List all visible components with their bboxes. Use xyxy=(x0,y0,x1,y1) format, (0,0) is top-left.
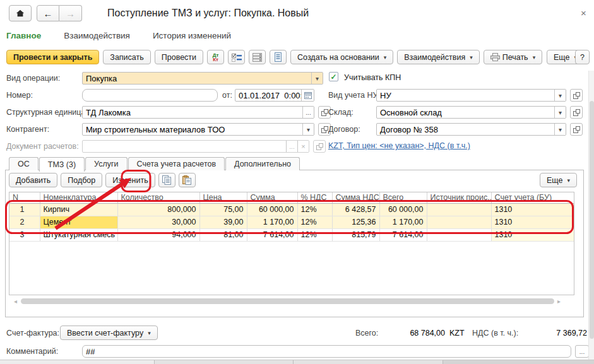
col-header-account[interactable]: Счет учета (БУ) xyxy=(491,192,574,203)
comment-label: Комментарий: xyxy=(6,347,58,356)
items-table[interactable]: N Номенклатура Количество Цена Сумма % Н… xyxy=(9,192,574,295)
tab-additional[interactable]: Дополнительно xyxy=(225,157,300,170)
vat-value: 7 369,72 xyxy=(524,329,587,338)
close-icon[interactable]: × xyxy=(581,8,586,18)
contract-select[interactable]: Договор № 358 ▾ xyxy=(376,123,566,136)
printer-icon xyxy=(490,53,500,61)
comment-expand-button[interactable]: ... xyxy=(575,345,589,358)
tab-accounts[interactable]: Счета учета расчетов xyxy=(128,157,225,170)
edit-button[interactable]: Изменить xyxy=(105,173,155,187)
open-icon xyxy=(321,109,328,116)
calendar-icon[interactable] xyxy=(301,90,314,101)
show-postings-button[interactable]: ДтКт xyxy=(207,50,224,64)
number-input[interactable] xyxy=(82,89,218,102)
scroll-right-icon[interactable]: ▸ xyxy=(557,298,561,305)
operation-select[interactable]: Покупка ▾ xyxy=(82,72,323,85)
warehouse-label: Склад: xyxy=(328,108,353,117)
list-icon xyxy=(252,53,262,62)
list-settings-button[interactable] xyxy=(249,50,266,64)
col-header-amount[interactable]: Сумма xyxy=(247,192,297,203)
paste-icon xyxy=(182,175,191,185)
document-icon xyxy=(274,52,282,62)
dtkt-icon: ДтКт xyxy=(213,53,219,62)
chevron-down-icon: ▾ xyxy=(533,54,536,61)
warehouse-open-button[interactable] xyxy=(570,106,583,119)
invoice-label: Счет-фактура: xyxy=(6,329,59,338)
chevron-down-icon[interactable]: ▾ xyxy=(554,90,566,101)
chevron-down-icon: ▾ xyxy=(148,330,151,336)
col-header-n[interactable]: N xyxy=(9,192,40,203)
chevron-down-icon[interactable]: ▾ xyxy=(311,73,323,84)
contract-open-button[interactable] xyxy=(570,123,583,136)
clear-icon[interactable]: × xyxy=(297,141,309,152)
col-header-total[interactable]: Всего xyxy=(379,192,427,203)
vat-label: НДС (в т. ч.): xyxy=(472,329,518,338)
menu-item-history[interactable]: История изменений xyxy=(153,31,231,40)
tab-services[interactable]: Услуги xyxy=(85,157,127,170)
unit-input[interactable]: ТД Лакомка ... xyxy=(82,106,314,119)
check-list-button[interactable] xyxy=(228,50,245,64)
scrollbar-thumb[interactable] xyxy=(21,298,554,304)
tab-tmz[interactable]: ТМЗ (3) xyxy=(39,157,85,172)
table-row[interactable]: 3 Штукатурная смесь 94,000 81,00 7 614,0… xyxy=(9,228,574,241)
settlement-doc-label: Документ расчетов: xyxy=(6,142,79,151)
scrollbar-thumb[interactable] xyxy=(590,101,594,339)
create-based-on-button[interactable]: Создать на основании▾ xyxy=(290,50,393,64)
post-and-close-button[interactable]: Провести и закрыть xyxy=(6,50,99,64)
open-icon xyxy=(316,143,323,150)
save-button[interactable]: Записать xyxy=(103,50,150,64)
ellipsis-icon[interactable]: ... xyxy=(302,107,314,118)
vertical-scrollbar[interactable] xyxy=(588,71,594,360)
col-header-origin[interactable]: Источник проис... xyxy=(427,192,491,203)
ellipsis-icon[interactable]: ... xyxy=(286,141,297,152)
total-label: Всего: xyxy=(355,329,378,338)
chevron-down-icon[interactable]: ▾ xyxy=(302,124,314,135)
copy-rows-button[interactable] xyxy=(158,173,175,187)
price-settings-link[interactable]: KZT, Тип цен: <не указан>, НДС (в т.ч.) xyxy=(328,141,470,150)
post-button[interactable]: Провести xyxy=(155,50,203,64)
menu-item-interactions[interactable]: Взаимодействия xyxy=(64,31,130,40)
col-header-price[interactable]: Цена xyxy=(199,192,247,203)
warehouse-select[interactable]: Основной склад ▾ xyxy=(376,106,566,119)
document-report-button[interactable] xyxy=(270,50,287,64)
tab-os[interactable]: ОС xyxy=(9,157,39,170)
table-row[interactable]: 1 Кирпич 800,000 75,00 60 000,00 12% 6 4… xyxy=(9,203,574,216)
chevron-down-icon: ▾ xyxy=(470,54,473,61)
home-icon xyxy=(16,9,25,18)
counterparty-select[interactable]: Мир строительных материалов ТОО ▾ xyxy=(82,123,314,136)
scroll-left-icon[interactable]: ◂ xyxy=(14,298,17,305)
comment-input[interactable]: ## xyxy=(82,345,571,358)
chevron-down-icon[interactable]: ▾ xyxy=(554,107,566,118)
table-row[interactable]: 2 Цемент 30,000 39,00 1 170,00 12% 125,3… xyxy=(9,216,574,228)
document-window: ← → Поступление ТМЗ и услуг: Покупка. Но… xyxy=(0,0,594,364)
date-input[interactable]: 01.01.2017 0:00:00 xyxy=(235,89,314,102)
paste-rows-button[interactable] xyxy=(179,173,196,187)
more-button-table[interactable]: Еще▾ xyxy=(540,173,577,187)
counterparty-label: Контрагент: xyxy=(6,125,49,134)
settlement-doc-open-button[interactable] xyxy=(313,140,326,153)
open-icon xyxy=(573,92,580,99)
forward-button[interactable]: → xyxy=(59,5,82,21)
col-header-nomenclature[interactable]: Номенклатура xyxy=(40,192,117,203)
back-button[interactable]: ← xyxy=(37,5,59,21)
interactions-button[interactable]: Взаимодействия▾ xyxy=(397,50,479,64)
number-label: Номер: xyxy=(6,91,33,100)
background-window-strip xyxy=(0,360,594,364)
home-button[interactable] xyxy=(9,5,32,21)
kpn-checkbox[interactable]: ✓ xyxy=(329,72,338,81)
settlement-doc-input[interactable]: ... × xyxy=(82,140,309,153)
menu-item-main[interactable]: Главное xyxy=(6,31,41,40)
help-button[interactable]: ? xyxy=(575,50,590,64)
nu-open-button[interactable] xyxy=(570,89,583,102)
add-row-button[interactable]: Добавить xyxy=(9,173,57,187)
chevron-down-icon[interactable]: ▾ xyxy=(554,124,566,135)
print-button[interactable]: Печать▾ xyxy=(484,50,542,64)
pick-button[interactable]: Подбор xyxy=(61,173,102,187)
nu-select[interactable]: НУ ▾ xyxy=(376,89,566,102)
col-header-vat-amount[interactable]: Сумма НДС xyxy=(332,192,379,203)
col-header-quantity[interactable]: Количество xyxy=(117,192,199,203)
enter-invoice-button[interactable]: Ввести счет-фактуру▾ xyxy=(60,326,158,340)
table-horizontal-scrollbar[interactable]: ◂ ▸ xyxy=(10,297,573,305)
check-icon: ✓ xyxy=(330,73,336,81)
col-header-vat-pct[interactable]: % НДС xyxy=(297,192,332,203)
